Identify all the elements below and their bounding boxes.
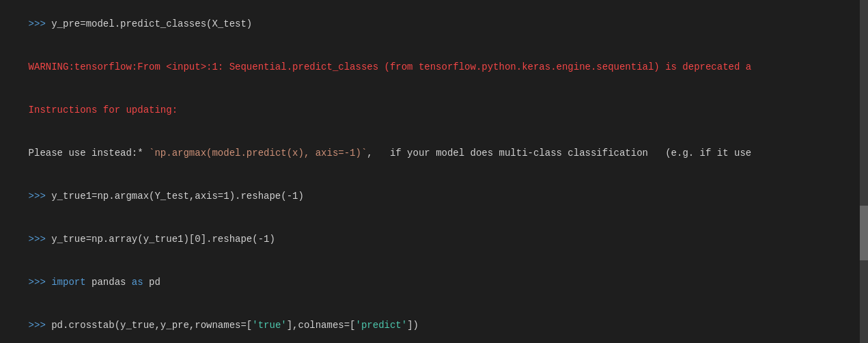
keyword-as: as (132, 277, 143, 288)
prompt-1: >>> (29, 18, 52, 29)
crosstab-post: ]) (407, 320, 419, 331)
line-ytrue: >>> y_true=np.array(y_true1)[0].reshape(… (0, 218, 868, 261)
warning-text: WARNING:tensorflow:From <input>:1: Seque… (29, 61, 752, 72)
please-rest: , if your model does multi-class classif… (367, 148, 751, 159)
import-pd: pd (143, 277, 160, 288)
import-pandas: pandas (86, 277, 132, 288)
line-crosstab: >>> pd.crosstab(y_true,y_pre,rownames=['… (0, 304, 868, 343)
prompt-4: >>> (29, 277, 52, 288)
keyword-import: import (51, 277, 85, 288)
line-warning: WARNING:tensorflow:From <input>:1: Seque… (0, 46, 868, 89)
line-predict-classes: >>> y_pre=model.predict_classes(X_test) (0, 3, 868, 46)
backtick-code: `np.argmax(model.predict(x), axis=-1)` (149, 148, 367, 159)
line-ytrue1: >>> y_true1=np.argmax(Y_test,axis=1).res… (0, 175, 868, 218)
prompt-2: >>> (29, 191, 52, 202)
scrollbar-thumb[interactable] (860, 206, 868, 260)
code-ytrue1: y_true1=np.argmax(Y_test,axis=1).reshape… (51, 191, 304, 202)
crosstab-pre: pd.crosstab(y_true,y_pre,rownames=[ (51, 320, 252, 331)
terminal-window: >>> y_pre=model.predict_classes(X_test) … (0, 0, 868, 343)
line-import: >>> import pandas as pd (0, 261, 868, 304)
code-ytrue: y_true=np.array(y_true1)[0].reshape(-1) (51, 234, 275, 245)
scrollbar[interactable] (860, 0, 868, 343)
prompt-3: >>> (29, 234, 52, 245)
string-true: 'true' (252, 320, 286, 331)
code-predict: y_pre=model.predict_classes(X_test) (51, 18, 252, 29)
crosstab-mid: ],colnames=[ (287, 320, 356, 331)
line-instructions: Instructions for updating: (0, 89, 868, 132)
prompt-5: >>> (29, 320, 52, 331)
please-label: Please use instead:* (29, 148, 149, 159)
instructions-text: Instructions for updating: (29, 105, 178, 115)
line-please: Please use instead:* `np.argmax(model.pr… (0, 132, 868, 175)
string-predict: 'predict' (356, 320, 408, 331)
